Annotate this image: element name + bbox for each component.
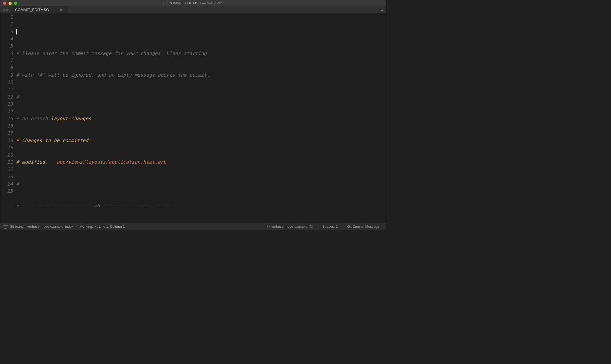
tab-close-icon[interactable]: × bbox=[60, 7, 62, 12]
code-line: app/views/layouts/application.html.erb bbox=[57, 159, 166, 165]
status-language[interactable]: Git Commit Message bbox=[343, 225, 383, 229]
code-line: # with '#' will be ignored, and an empty… bbox=[16, 72, 210, 78]
status-bar: Git branch: verbose-mode-example, index:… bbox=[0, 223, 386, 230]
tab-nav-buttons: ◀ ▶ bbox=[0, 6, 11, 13]
nav-back-icon[interactable]: ◀ bbox=[2, 8, 5, 12]
status-left[interactable]: Git branch: verbose-mode-example, index:… bbox=[10, 224, 125, 229]
code-line: # Please enter the commit message for yo… bbox=[16, 51, 207, 56]
window-title: COMMIT_EDITMSG — nwrug.org bbox=[0, 1, 386, 5]
nav-forward-icon[interactable]: ▶ bbox=[6, 8, 9, 12]
tab-label: COMMIT_EDITMSG bbox=[15, 8, 49, 12]
line-gutter: 12345 678910 1112131415 1617181920 21222… bbox=[0, 13, 16, 223]
tab-commit-editmsg[interactable]: COMMIT_EDITMSG × bbox=[11, 6, 67, 13]
code-line: # Changes to be committed: bbox=[16, 138, 91, 143]
git-branch-icon bbox=[267, 225, 270, 229]
menu-icon[interactable]: ≡ bbox=[378, 6, 386, 13]
svg-point-2 bbox=[269, 225, 270, 226]
document-icon bbox=[164, 2, 167, 5]
titlebar: COMMIT_EDITMSG — nwrug.org bbox=[0, 0, 386, 6]
svg-point-0 bbox=[267, 225, 268, 226]
code-line: # ------------------------ >8 ----------… bbox=[16, 203, 172, 208]
code-line: : bbox=[45, 159, 56, 165]
code-line: # On branch bbox=[16, 116, 51, 121]
code-line: layout-changes bbox=[51, 116, 91, 121]
status-branch-name: verbose-mode-example bbox=[271, 225, 307, 229]
tab-bar: ◀ ▶ COMMIT_EDITMSG × ≡ bbox=[0, 6, 386, 13]
terminal-icon[interactable] bbox=[3, 225, 8, 228]
code-line: # modified bbox=[16, 159, 45, 165]
code-body[interactable]: # Please enter the commit message for yo… bbox=[16, 13, 386, 223]
status-branch[interactable]: verbose-mode-example 1 bbox=[263, 225, 316, 229]
status-branch-count: 1 bbox=[309, 225, 313, 229]
editor-area[interactable]: 12345 678910 1112131415 1617181920 21222… bbox=[0, 13, 386, 223]
cursor bbox=[16, 29, 17, 34]
code-line: # bbox=[16, 94, 19, 100]
code-line: # bbox=[16, 181, 19, 187]
window-title-text: COMMIT_EDITMSG — nwrug.org bbox=[169, 1, 222, 5]
status-spaces[interactable]: Spaces: 2 bbox=[318, 225, 342, 229]
